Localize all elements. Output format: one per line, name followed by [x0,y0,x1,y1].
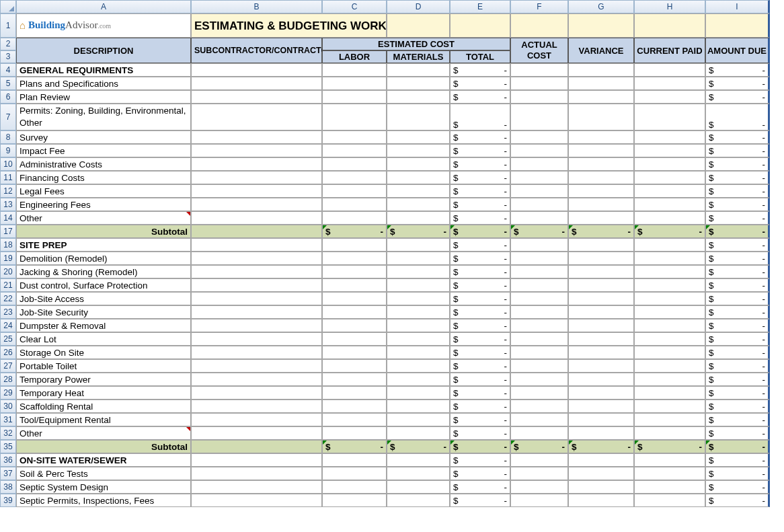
data-cell[interactable] [568,63,634,77]
money-cell[interactable]: $- [705,373,770,386]
row-header[interactable]: 36 [0,453,16,467]
column-header-D[interactable]: D [387,0,450,13]
description-cell[interactable]: Septic System Design [16,480,191,494]
money-cell[interactable]: $- [450,494,510,507]
description-cell[interactable]: SITE PREP [16,238,191,252]
data-cell[interactable] [387,171,450,184]
data-cell[interactable] [510,278,568,292]
money-cell[interactable]: $- [450,238,510,252]
row-header[interactable]: 38 [0,480,16,494]
data-cell[interactable] [634,265,705,278]
money-cell[interactable]: $- [510,225,568,238]
spreadsheet-grid[interactable]: ABCDEFGHI1⌂BuildingAdvisor.comESTIMATING… [0,0,784,507]
money-cell[interactable]: $- [568,440,634,453]
money-cell[interactable]: $- [705,480,770,494]
column-header-H[interactable]: H [634,0,705,13]
money-cell[interactable]: $- [705,198,770,211]
money-cell[interactable]: $- [705,130,770,144]
description-cell[interactable]: Impact Fee [16,144,191,157]
data-cell[interactable] [322,453,387,467]
data-cell[interactable] [322,198,387,211]
description-cell[interactable]: GENERAL REQUIRMENTS [16,63,191,77]
money-cell[interactable]: $- [450,386,510,400]
money-cell[interactable]: $- [705,278,770,292]
data-cell[interactable] [568,305,634,319]
money-cell[interactable]: $- [705,90,770,104]
money-cell[interactable]: $- [705,413,770,426]
subcontractor-cell[interactable] [191,319,322,332]
data-cell[interactable] [510,63,568,77]
data-cell[interactable] [387,413,450,426]
data-cell[interactable] [387,144,450,157]
data-cell[interactable] [510,130,568,144]
money-cell[interactable]: $- [387,440,450,453]
row-header[interactable]: 5 [0,77,16,90]
column-header-B[interactable]: B [191,0,322,13]
row-header[interactable]: 31 [0,413,16,426]
header-subcontractor[interactable]: SUBCONTRACTOR/CONTRACTOR [191,38,322,63]
row-header[interactable]: 28 [0,373,16,386]
data-cell[interactable] [510,346,568,359]
row-header[interactable]: 20 [0,265,16,278]
data-cell[interactable] [634,90,705,104]
money-cell[interactable]: $- [450,63,510,77]
description-cell[interactable]: Septic Permits, Inspections, Fees [16,494,191,507]
data-cell[interactable] [634,63,705,77]
subcontractor-cell[interactable] [191,63,322,77]
description-cell[interactable]: Temporary Power [16,373,191,386]
data-cell[interactable] [568,292,634,305]
subcontractor-cell[interactable] [191,198,322,211]
data-cell[interactable] [634,480,705,494]
description-cell[interactable]: Clear Lot [16,332,191,346]
data-cell[interactable] [510,184,568,198]
money-cell[interactable]: $- [450,265,510,278]
subcontractor-cell[interactable] [191,130,322,144]
description-cell[interactable]: Plans and Specifications [16,77,191,90]
data-cell[interactable] [322,104,387,130]
description-cell[interactable]: Financing Costs [16,171,191,184]
data-cell[interactable] [634,386,705,400]
data-cell[interactable] [322,359,387,373]
data-cell[interactable] [387,386,450,400]
data-cell[interactable] [634,373,705,386]
data-cell[interactable] [510,292,568,305]
money-cell[interactable]: $- [450,319,510,332]
header-materials[interactable]: MATERIALS [387,50,450,63]
header-estimated-cost[interactable]: ESTIMATED COST [322,38,510,50]
data-cell[interactable] [568,198,634,211]
data-cell[interactable] [322,413,387,426]
subcontractor-cell[interactable] [191,184,322,198]
data-cell[interactable] [634,144,705,157]
data-cell[interactable] [568,104,634,130]
row-header[interactable]: 7 [0,104,16,130]
data-cell[interactable] [568,265,634,278]
description-cell[interactable]: Temporary Heat [16,386,191,400]
subcontractor-cell[interactable] [191,400,322,413]
data-cell[interactable] [510,211,568,225]
data-cell[interactable] [387,252,450,265]
data-cell[interactable] [510,90,568,104]
money-cell[interactable]: $- [450,104,510,130]
money-cell[interactable]: $- [705,184,770,198]
money-cell[interactable]: $- [450,453,510,467]
data-cell[interactable] [568,319,634,332]
data-cell[interactable] [322,252,387,265]
data-cell[interactable] [322,265,387,278]
row-header[interactable]: 30 [0,400,16,413]
description-cell[interactable]: Legal Fees [16,184,191,198]
money-cell[interactable]: $- [450,440,510,453]
row-header[interactable]: 39 [0,494,16,507]
data-cell[interactable] [387,373,450,386]
data-cell[interactable] [322,90,387,104]
data-cell[interactable] [568,386,634,400]
data-cell[interactable] [634,494,705,507]
data-cell[interactable] [387,63,450,77]
header-actual-cost[interactable]: ACTUAL COST [510,38,568,63]
data-cell[interactable] [634,453,705,467]
data-cell[interactable] [322,305,387,319]
money-cell[interactable]: $- [705,211,770,225]
money-cell[interactable]: $- [450,292,510,305]
data-cell[interactable] [322,426,387,440]
data-cell[interactable] [634,319,705,332]
data-cell[interactable] [634,130,705,144]
